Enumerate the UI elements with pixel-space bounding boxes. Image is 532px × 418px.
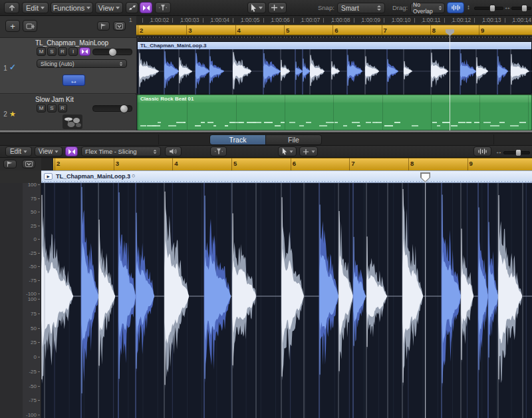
bar-number: 5 [233, 160, 237, 167]
flex-mode-dropdown[interactable]: Flex Time - Slicing [81, 146, 161, 156]
volume-knob[interactable] [108, 48, 117, 57]
editor-hzoom-slider[interactable] [503, 151, 530, 154]
track-volume-slider[interactable] [92, 105, 132, 112]
ruler-subtick [301, 22, 301, 23]
region-play-button[interactable]: ▶ [44, 173, 53, 180]
audio-region[interactable]: TL_Chapman_MainLoop.3 [137, 41, 532, 94]
add-track-button[interactable]: + [5, 20, 20, 32]
midi-note [306, 122, 311, 123]
prelisten-button[interactable] [165, 146, 182, 156]
track-volume-slider[interactable] [92, 49, 132, 55]
bar-number: 3 [116, 160, 119, 167]
ruler-subtick [437, 22, 438, 23]
editor-region-strip[interactable]: ▶ TL_Chapman_MainLoop.3 ○ [41, 170, 532, 183]
midi-region[interactable]: Classic Rock Beat 01 [137, 95, 532, 130]
slider-thumb[interactable] [489, 5, 495, 12]
view-menu-button[interactable]: View [95, 2, 123, 13]
main-toolbar: Edit Functions View [0, 0, 532, 16]
editor-waveform-area[interactable] [41, 183, 532, 418]
ruler-subtick [248, 22, 249, 23]
track-header-options-button[interactable] [113, 21, 126, 31]
input-monitor-button[interactable]: I [68, 47, 78, 56]
amp-scale-tick [38, 314, 40, 314]
editor-view-menu-button[interactable]: View [35, 146, 63, 156]
region-header[interactable]: TL_Chapman_MainLoop.3 [138, 42, 531, 49]
chevron-down-icon [86, 7, 90, 9]
bar-line [528, 95, 529, 130]
record-enable-button[interactable]: R [58, 104, 67, 112]
tab-track[interactable]: Track [209, 134, 266, 145]
bar-number: 6 [293, 160, 296, 167]
solo-button[interactable]: S [47, 47, 57, 56]
editor-edit-menu-button[interactable]: Edit [5, 146, 32, 156]
amp-scale-tick [38, 294, 40, 294]
track-zoom-preset-button[interactable] [97, 21, 110, 31]
secondary-tool-button[interactable] [268, 2, 287, 13]
amp-scale-tick [38, 342, 40, 343]
slider-thumb[interactable] [521, 5, 527, 12]
editor-flex-toggle[interactable] [65, 146, 78, 156]
flex-mode-toggle[interactable] [140, 2, 152, 13]
midi-note [432, 122, 437, 123]
track-name[interactable]: TL_Chapman_MainLoop [35, 39, 108, 47]
flex-parameter-badge[interactable]: ↔ [63, 75, 85, 86]
main-cycle-band[interactable]: 23456789 [136, 25, 532, 35]
amp-scale-tick [38, 239, 40, 240]
flex-marker-line[interactable] [425, 180, 426, 418]
functions-menu-button[interactable]: Functions [51, 2, 93, 13]
editor-catch-button[interactable] [3, 160, 17, 168]
bar-line [114, 158, 114, 170]
editor-filter-button[interactable] [210, 146, 227, 156]
slider-thumb[interactable] [515, 149, 521, 156]
duplicate-track-icon [26, 23, 35, 30]
tab-file[interactable]: File [265, 134, 322, 145]
track-enable-checkmark-icon[interactable]: ✓ [9, 63, 16, 72]
region-filter-button[interactable] [155, 2, 171, 13]
ruler-subtick [180, 22, 181, 23]
bar-line [467, 158, 468, 170]
editor-cycle-band[interactable]: 23456789 [41, 158, 532, 170]
editor-pointer-tool-button[interactable] [278, 146, 297, 156]
cursor-icon [282, 148, 287, 155]
updown-arrows-icon [154, 150, 157, 154]
hierarchy-back-button[interactable] [4, 2, 19, 13]
editor-options-button[interactable] [22, 160, 35, 168]
pointer-tool-button[interactable] [247, 2, 266, 13]
mute-button[interactable]: M [37, 104, 46, 112]
bar-line [479, 25, 479, 35]
bar-line [187, 95, 188, 130]
vertical-zoom-slider[interactable] [474, 7, 503, 10]
amp-scale-tick [38, 198, 40, 199]
quantize-reference-circle[interactable]: ○ [132, 172, 135, 179]
ruler-subtick [361, 22, 362, 23]
record-enable-button[interactable]: R [58, 47, 67, 56]
editor-secondary-tool-button[interactable] [299, 146, 318, 156]
editor-waveform-zoom-button[interactable] [473, 146, 491, 156]
volume-knob[interactable] [120, 104, 128, 113]
drag-mode-dropdown[interactable]: No Overlap [410, 3, 445, 13]
ruler-subtick [241, 22, 241, 23]
snap-mode-dropdown[interactable]: Smart [337, 3, 385, 13]
tracks-lane-area[interactable]: TL_Chapman_MainLoop.3 Classic Rock Beat … [136, 38, 532, 130]
track-flex-icon[interactable] [79, 47, 90, 56]
midi-note [458, 122, 466, 123]
editor-ruler-left [0, 158, 41, 170]
track-name[interactable]: Slow Jam Kit [35, 96, 74, 103]
track-header-1[interactable]: 1 ✓ TL_Chapman_MainLoop MSRI Slicing (Au… [0, 38, 136, 94]
solo-button[interactable]: S [47, 104, 57, 112]
duplicate-track-button[interactable] [23, 20, 37, 32]
track-header-2[interactable]: 2 ★ Slow Jam Kit MSR [0, 95, 136, 130]
midi-note [289, 122, 295, 123]
updown-arrows-icon [439, 6, 442, 10]
bar-number: 3 [188, 27, 192, 34]
bar-line [349, 158, 350, 170]
playhead-line[interactable] [450, 35, 450, 130]
automation-button[interactable] [126, 2, 138, 13]
flex-slicing-dropdown[interactable]: Slicing (Auto) [37, 59, 127, 68]
midi-note [184, 122, 186, 123]
horizontal-zoom-slider[interactable] [511, 7, 531, 10]
mute-button[interactable]: M [37, 47, 46, 56]
waveform-zoom-toggle[interactable] [447, 2, 464, 13]
main-timeline-ruler[interactable]: 11:00:021:00:031:00:041:00:051:00:061:00… [136, 16, 532, 25]
edit-menu-button[interactable]: Edit [22, 2, 49, 13]
